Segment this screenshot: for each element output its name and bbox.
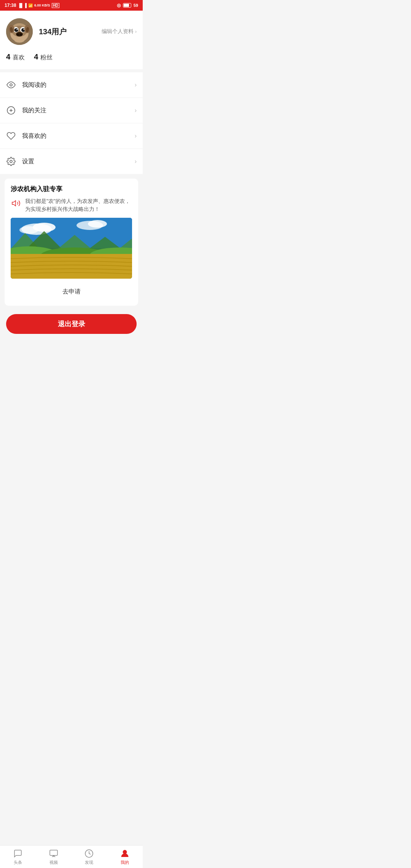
svg-point-11 xyxy=(17,34,19,35)
status-left: 17:38 ▐▌▐ 📶 6.00 KB/S HD xyxy=(5,3,59,8)
status-right: ◎ 59 xyxy=(117,3,138,8)
network-icon: 📶 xyxy=(28,3,33,8)
svg-marker-23 xyxy=(12,201,16,206)
menu-follow-arrow: › xyxy=(135,107,137,114)
likes-label: 喜欢 xyxy=(13,54,25,62)
logout-button[interactable]: 退出登录 xyxy=(6,314,137,334)
svg-point-8 xyxy=(17,29,18,30)
location-icon: ◎ xyxy=(117,3,121,8)
likes-stat[interactable]: 4 喜欢 xyxy=(6,53,25,62)
promo-card: 涉农机构入驻专享 我们都是"农"的传人，为农发声、惠农便农，为实现乡村振兴伟大战… xyxy=(5,179,138,306)
card-body: 我们都是"农"的传人，为农发声、惠农便农，为实现乡村振兴伟大战略出力！ xyxy=(11,197,132,213)
svg-point-17 xyxy=(14,37,25,43)
time-display: 17:38 xyxy=(5,3,16,8)
menu-item-settings-left: 设置 xyxy=(6,156,34,166)
menu-item-like-left: 我喜欢的 xyxy=(6,131,46,141)
profile-header: 134用户 编辑个人资料 › xyxy=(6,18,137,45)
settings-icon xyxy=(6,156,16,166)
menu-section: 我阅读的 › 我的关注 › xyxy=(0,72,143,174)
logout-section: 退出登录 xyxy=(0,310,143,341)
menu-follow-label: 我的关注 xyxy=(22,107,46,115)
menu-settings-label: 设置 xyxy=(22,158,34,166)
svg-point-12 xyxy=(20,34,22,35)
username: 134用户 xyxy=(39,27,67,37)
menu-item-settings[interactable]: 设置 › xyxy=(0,149,143,174)
fans-stat[interactable]: 4 粉丝 xyxy=(34,53,53,62)
menu-settings-arrow: › xyxy=(135,158,137,165)
menu-item-follow[interactable]: 我的关注 › xyxy=(0,98,143,123)
menu-item-read[interactable]: 我阅读的 › xyxy=(0,72,143,98)
menu-item-read-left: 我阅读的 xyxy=(6,80,46,90)
stats-row: 4 喜欢 4 粉丝 xyxy=(6,53,137,62)
menu-item-like[interactable]: 我喜欢的 › xyxy=(0,123,143,149)
fans-count: 4 xyxy=(34,53,38,61)
card-title: 涉农机构入驻专享 xyxy=(11,185,132,193)
svg-point-28 xyxy=(19,226,38,234)
network-speed: 6.00 KB/S xyxy=(34,3,50,7)
avatar-image xyxy=(6,18,33,45)
card-landscape-image xyxy=(11,218,132,279)
heart-icon xyxy=(6,131,16,141)
edit-profile-label: 编辑个人资料 xyxy=(102,28,134,35)
fans-label: 粉丝 xyxy=(40,54,53,62)
apply-button[interactable]: 去申请 xyxy=(11,284,132,300)
battery-percent: 59 xyxy=(134,3,138,8)
card-description: 我们都是"农"的传人，为农发声、惠农便农，为实现乡村振兴伟大战略出力！ xyxy=(25,197,132,213)
svg-point-30 xyxy=(88,220,107,228)
plus-circle-icon xyxy=(6,105,16,115)
chevron-right-icon: › xyxy=(135,29,137,34)
svg-point-22 xyxy=(10,160,12,163)
status-bar: 17:38 ▐▌▐ 📶 6.00 KB/S HD ◎ 59 xyxy=(0,0,143,11)
likes-count: 4 xyxy=(6,53,10,61)
speaker-icon xyxy=(11,198,21,209)
edit-profile-button[interactable]: 编辑个人资料 › xyxy=(102,28,137,35)
card-section: 涉农机构入驻专享 我们都是"农"的传人，为农发声、惠农便农，为实现乡村振兴伟大战… xyxy=(0,174,143,310)
hd-badge: HD xyxy=(52,3,59,8)
battery-indicator xyxy=(123,3,131,8)
menu-like-arrow: › xyxy=(135,132,137,139)
menu-item-follow-left: 我的关注 xyxy=(6,105,46,115)
svg-point-6 xyxy=(14,28,18,32)
battery-fill xyxy=(124,4,129,7)
profile-section: 134用户 编辑个人资料 › 4 喜欢 4 粉丝 xyxy=(0,11,143,69)
svg-point-18 xyxy=(10,84,12,86)
menu-read-label: 我阅读的 xyxy=(22,81,46,89)
menu-like-label: 我喜欢的 xyxy=(22,132,46,140)
profile-left: 134用户 xyxy=(6,18,67,45)
section-divider xyxy=(0,69,143,72)
eye-icon xyxy=(6,80,16,90)
menu-read-arrow: › xyxy=(135,81,137,88)
signal-icon: ▐▌▐ xyxy=(18,3,27,8)
avatar[interactable] xyxy=(6,18,33,45)
